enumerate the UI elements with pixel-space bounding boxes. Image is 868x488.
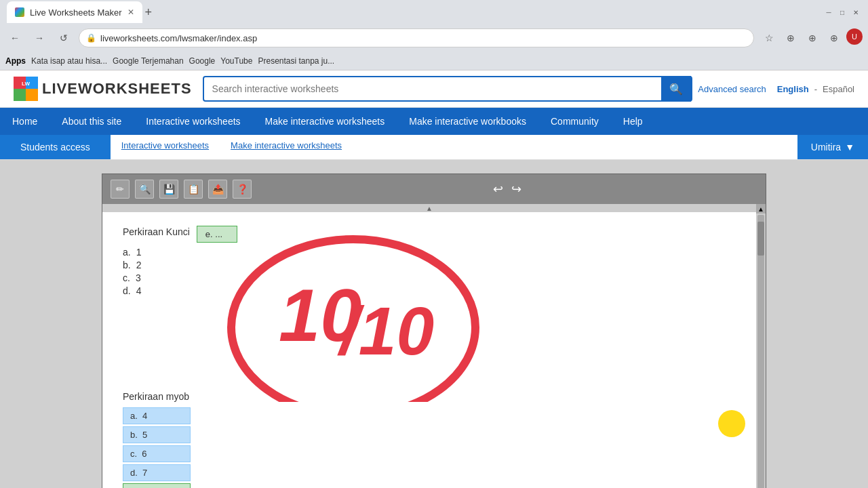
tab-title: Live Worksheets Maker <box>30 7 122 18</box>
search-button[interactable]: 🔍 <box>661 76 691 102</box>
vertical-scrollbar[interactable]: ▲ ▼ <box>756 204 766 488</box>
subnav-interactive-worksheets[interactable]: Interactive worksheets <box>111 135 220 159</box>
option-a2[interactable]: a. 4 <box>123 407 191 424</box>
toolbar-edit-btn[interactable]: ✏ <box>111 180 130 199</box>
bookmark-google[interactable]: Google <box>189 56 216 66</box>
svg-rect-2 <box>14 89 26 101</box>
extension-btn3[interactable]: ⊕ <box>825 28 844 47</box>
bookmark-star-button[interactable]: ☆ <box>760 28 778 47</box>
bookmark-presentasi[interactable]: Presentasi tanpa ju... <box>258 56 334 66</box>
lang-english[interactable]: English <box>777 84 809 94</box>
bookmark-kata[interactable]: Kata isap atau hisa... <box>31 56 107 66</box>
option-value-c1: 3 <box>136 272 141 283</box>
editor-toolbar: ✏ 🔍 💾 📋 📤 ❓ ↩ ↪ <box>102 174 766 204</box>
toolbar-search-btn[interactable]: 🔍 <box>135 180 154 199</box>
section1-title: Perkiraan Kunci <box>123 226 190 237</box>
editor-body: ▲ 10 /10 <box>102 204 756 488</box>
option-b2[interactable]: b. 5 <box>123 426 191 443</box>
v-scrollbar-thumb[interactable] <box>757 222 764 256</box>
subnav-make-worksheets[interactable]: Make interactive worksheets <box>220 135 353 159</box>
option-label-d1: d. <box>123 285 131 296</box>
tab-close-btn[interactable]: ✕ <box>127 7 134 17</box>
user-menu-button[interactable]: Umitira ▼ <box>797 135 868 159</box>
option-label-b1: b. <box>123 260 131 270</box>
svg-text:LW: LW <box>22 81 30 87</box>
search-input[interactable] <box>204 83 662 94</box>
bookmark-youtube[interactable]: YouTube <box>220 56 252 66</box>
svg-rect-3 <box>26 89 38 101</box>
logo-icon: LW <box>14 77 38 101</box>
students-access-button[interactable]: Students access <box>0 135 111 159</box>
site-logo[interactable]: LW LIVEWORKSHEETS <box>14 77 192 101</box>
lang-separator: - <box>814 84 817 94</box>
undo-button[interactable]: ↩ <box>493 182 503 197</box>
option-e2[interactable]: e. 8 <box>123 483 191 488</box>
back-button[interactable]: ← <box>5 28 24 47</box>
answer-box-1[interactable]: e. ... <box>197 226 237 243</box>
question-2: Perkiraan myob a. 4 b. 5 c. 6 <box>123 391 736 488</box>
content-area: ✏ 🔍 💾 📋 📤 ❓ ↩ ↪ ▲ <box>0 160 868 488</box>
user-name: Umitira <box>811 142 841 152</box>
section2-title: Perkiraan myob <box>123 391 736 402</box>
nav-home[interactable]: Home <box>0 108 50 135</box>
nav-make-workbooks[interactable]: Make interactive workbooks <box>397 108 538 135</box>
bookmark-google-translate[interactable]: Google Terjemahan <box>113 56 184 66</box>
toolbar-export-btn[interactable]: 📤 <box>208 180 227 199</box>
close-button[interactable]: ✕ <box>850 7 861 18</box>
option-row-a1: a. 1 <box>123 247 736 258</box>
reload-button[interactable]: ↺ <box>54 28 73 47</box>
nav-make-worksheets[interactable]: Make interactive worksheets <box>253 108 397 135</box>
nav-community[interactable]: Community <box>538 108 611 135</box>
scroll-up-btn[interactable]: ▲ <box>756 204 766 214</box>
toolbar-save-btn[interactable]: 💾 <box>159 180 178 199</box>
lock-icon: 🔒 <box>86 33 96 43</box>
question-1: Perkiraan Kunci e. ... a. 1 b. 2 <box>123 226 736 296</box>
worksheet-content: 10 /10 Perkiraan Kunci e. ... a. <box>102 212 756 488</box>
advanced-search-link[interactable]: Advanced search <box>698 84 766 94</box>
worksheet-editor: ✏ 🔍 💾 📋 📤 ❓ ↩ ↪ ▲ <box>102 174 766 488</box>
option-d2[interactable]: d. 7 <box>123 464 191 481</box>
option-label-c1: c. <box>123 272 130 283</box>
toolbar-help-btn[interactable]: ❓ <box>233 180 252 199</box>
profile-avatar[interactable]: U <box>846 28 863 45</box>
maximize-button[interactable]: □ <box>837 7 848 18</box>
option-value-a1: 1 <box>136 247 142 258</box>
forward-button[interactable]: → <box>30 28 49 47</box>
option-label-a1: a. <box>123 247 131 258</box>
user-dropdown-icon: ▼ <box>845 142 854 152</box>
main-navigation: Home About this site Interactive workshe… <box>0 108 868 135</box>
tab-favicon <box>15 7 24 17</box>
address-bar[interactable]: 🔒 liveworksheets.com/lwsmaker/index.asp <box>79 28 754 47</box>
search-bar[interactable]: 🔍 <box>203 76 693 102</box>
url-text: liveworksheets.com/lwsmaker/index.asp <box>100 33 257 43</box>
redo-button[interactable]: ↪ <box>511 182 521 197</box>
option-row-c1: c. 3 <box>123 272 736 283</box>
option-row-b1: b. 2 <box>123 260 736 270</box>
nav-about[interactable]: About this site <box>50 108 134 135</box>
extension-btn2[interactable]: ⊕ <box>803 28 822 47</box>
bookmark-apps: Apps <box>5 56 26 66</box>
option-row-d1: d. 4 <box>123 285 736 296</box>
cursor-indicator <box>718 410 745 437</box>
lang-espanol[interactable]: Español <box>823 84 854 94</box>
browser-tab[interactable]: Live Worksheets Maker ✕ <box>7 1 142 23</box>
new-tab-button[interactable]: + <box>145 5 153 20</box>
option-c2[interactable]: c. 6 <box>123 445 191 462</box>
option-value-d1: 4 <box>136 285 142 296</box>
option-value-b1: 2 <box>136 260 142 270</box>
logo-text: LIVEWORKSHEETS <box>42 80 192 98</box>
nav-help[interactable]: Help <box>611 108 655 135</box>
minimize-button[interactable]: ─ <box>823 7 834 18</box>
svg-text:/10: /10 <box>337 293 434 369</box>
nav-interactive-worksheets[interactable]: Interactive worksheets <box>134 108 252 135</box>
toolbar-copy-btn[interactable]: 📋 <box>184 180 203 199</box>
extension-btn1[interactable]: ⊕ <box>781 28 800 47</box>
